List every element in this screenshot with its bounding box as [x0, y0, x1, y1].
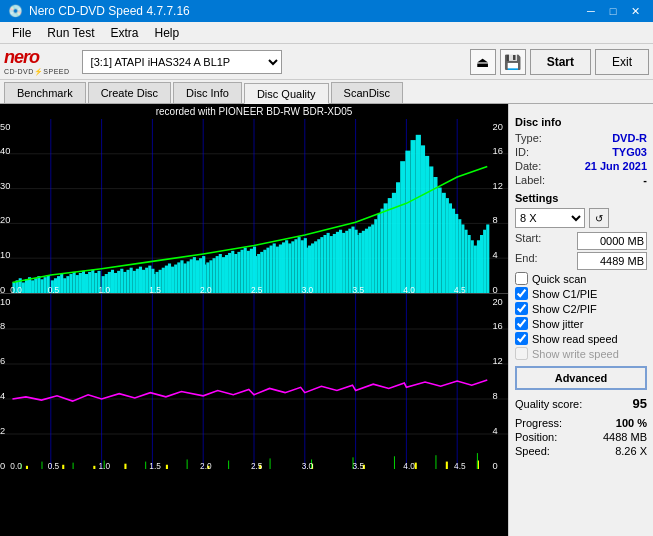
show-read-speed-row: Show read speed [515, 332, 647, 345]
quick-scan-checkbox[interactable] [515, 272, 528, 285]
menu-extra[interactable]: Extra [102, 22, 146, 44]
disc-id-value: TYG03 [612, 146, 647, 158]
svg-text:12: 12 [492, 180, 502, 191]
toolbar: nero CD·DVD⚡SPEED [3:1] ATAPI iHAS324 A … [0, 44, 653, 80]
svg-rect-75 [165, 266, 168, 293]
tab-scandisc[interactable]: ScanDisc [331, 82, 403, 103]
svg-rect-151 [396, 182, 400, 293]
svg-rect-94 [222, 257, 225, 293]
svg-rect-133 [339, 230, 342, 293]
svg-rect-166 [458, 219, 461, 293]
svg-rect-60 [120, 269, 123, 293]
show-jitter-label: Show jitter [532, 318, 583, 330]
start-button[interactable]: Start [530, 49, 591, 75]
show-read-speed-checkbox[interactable] [515, 332, 528, 345]
svg-rect-157 [425, 156, 429, 293]
drive-combo[interactable]: [3:1] ATAPI iHAS324 A BL1P [82, 50, 282, 74]
svg-rect-114 [282, 242, 285, 293]
disc-label-label: Label: [515, 174, 545, 186]
menu-help[interactable]: Help [147, 22, 188, 44]
svg-rect-97 [231, 251, 234, 293]
exit-button[interactable]: Exit [595, 49, 649, 75]
svg-rect-74 [162, 268, 165, 293]
svg-rect-158 [429, 166, 433, 293]
show-write-speed-checkbox[interactable] [515, 347, 528, 360]
svg-text:3.5: 3.5 [352, 285, 364, 293]
svg-rect-117 [291, 241, 294, 293]
svg-rect-52 [94, 273, 97, 293]
end-mb-input[interactable] [577, 252, 647, 270]
speed-select[interactable]: 8 X 4 X 2 X MAX [515, 208, 585, 228]
disc-type-value: DVD-R [612, 132, 647, 144]
show-c1pie-checkbox[interactable] [515, 287, 528, 300]
svg-rect-212 [26, 466, 28, 469]
svg-rect-236 [477, 453, 478, 469]
svg-rect-108 [263, 250, 266, 293]
svg-rect-147 [380, 209, 383, 293]
svg-rect-45 [73, 272, 76, 293]
svg-rect-61 [123, 272, 126, 293]
progress-value: 100 % [616, 417, 647, 429]
tab-benchmark[interactable]: Benchmark [4, 82, 86, 103]
nero-logo: nero CD·DVD⚡SPEED [4, 47, 70, 76]
quality-score-row: Quality score: 95 [515, 396, 647, 411]
end-mb-row: End: [515, 252, 647, 270]
bottom-chart-svg: 0 2 4 6 8 10 0 4 8 12 16 20 [0, 294, 508, 469]
menu-run-test[interactable]: Run Test [39, 22, 102, 44]
start-mb-row: Start: [515, 232, 647, 250]
svg-rect-43 [66, 276, 69, 293]
disc-info-title: Disc info [515, 116, 647, 128]
svg-text:20: 20 [492, 120, 502, 131]
svg-rect-137 [351, 227, 354, 293]
svg-rect-130 [330, 236, 333, 293]
nero-brand: nero [4, 47, 39, 68]
svg-rect-79 [177, 262, 180, 293]
svg-text:20: 20 [0, 214, 10, 225]
menu-file[interactable]: File [4, 22, 39, 44]
svg-rect-226 [73, 463, 74, 469]
start-mb-input[interactable] [577, 232, 647, 250]
svg-text:3.5: 3.5 [352, 461, 364, 469]
svg-rect-57 [111, 270, 114, 293]
close-button[interactable]: ✕ [625, 3, 645, 19]
show-c2pif-checkbox[interactable] [515, 302, 528, 315]
svg-rect-170 [471, 240, 474, 293]
svg-rect-225 [41, 462, 42, 469]
tab-disc-info[interactable]: Disc Info [173, 82, 242, 103]
tab-create-disc[interactable]: Create Disc [88, 82, 171, 103]
svg-rect-134 [342, 233, 345, 293]
speed-value: 8.26 X [615, 445, 647, 457]
tab-disc-quality[interactable]: Disc Quality [244, 83, 329, 104]
svg-rect-50 [88, 272, 91, 293]
disc-label-value: - [643, 174, 647, 186]
right-panel: Disc info Type: DVD-R ID: TYG03 Date: 21… [508, 104, 653, 536]
eject-button[interactable]: ⏏ [470, 49, 496, 75]
show-jitter-checkbox[interactable] [515, 317, 528, 330]
svg-text:4: 4 [492, 249, 497, 260]
svg-rect-59 [117, 271, 120, 293]
svg-rect-146 [377, 214, 380, 293]
disc-type-label: Type: [515, 132, 542, 144]
svg-text:40: 40 [0, 145, 10, 156]
disc-date-label: Date: [515, 160, 541, 172]
top-chart-svg: 0 10 20 30 40 50 0 4 8 12 16 20 [0, 119, 508, 293]
svg-rect-29 [22, 282, 25, 293]
minimize-button[interactable]: ─ [581, 3, 601, 19]
save-button[interactable]: 💾 [500, 49, 526, 75]
svg-rect-145 [374, 219, 377, 293]
svg-rect-136 [348, 229, 351, 293]
chart-bottom: 0 2 4 6 8 10 0 4 8 12 16 20 [0, 294, 508, 469]
svg-text:4.0: 4.0 [403, 461, 415, 469]
svg-rect-155 [416, 135, 421, 293]
svg-rect-174 [483, 230, 486, 293]
disc-id-label: ID: [515, 146, 529, 158]
svg-text:2.0: 2.0 [200, 461, 212, 469]
svg-text:0: 0 [0, 284, 5, 293]
refresh-button[interactable]: ↺ [589, 208, 609, 228]
maximize-button[interactable]: □ [603, 3, 623, 19]
advanced-button[interactable]: Advanced [515, 366, 647, 390]
speed-label: Speed: [515, 445, 550, 457]
svg-rect-175 [486, 224, 489, 293]
svg-text:0.0: 0.0 [10, 461, 22, 469]
svg-rect-99 [237, 252, 240, 293]
